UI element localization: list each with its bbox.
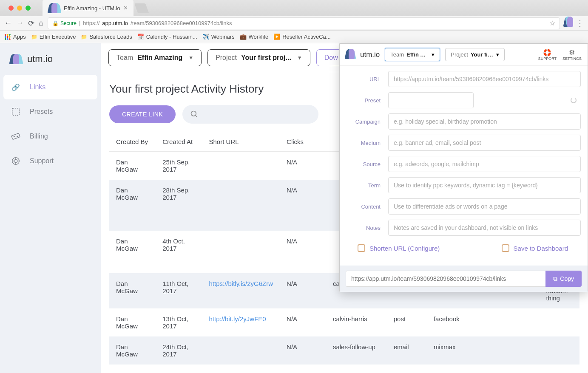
sidebar-item-label: Support	[30, 157, 54, 165]
close-tab-icon[interactable]: ×	[124, 4, 128, 12]
field-label: Notes	[347, 225, 381, 231]
url-path: /team/593069820968ee00109974cb/links	[131, 20, 232, 26]
bookmark-star-icon[interactable]: ☆	[549, 19, 555, 27]
minimize-window-icon[interactable]	[17, 6, 22, 11]
cell-medium: email	[387, 336, 427, 365]
cell-created-by: Dan McGaw	[109, 231, 156, 273]
cell-notes	[539, 308, 579, 336]
field-label: Content	[347, 203, 381, 210]
ext-team-dropdown[interactable]: TeamEffin Ama...▾	[385, 48, 440, 61]
cell-clicks: N/A	[280, 308, 326, 336]
cell-created-by: Dan McGaw	[109, 273, 156, 308]
bookmark-item[interactable]: ▶️ Reseller ActiveCa...	[273, 34, 330, 40]
extension-icon[interactable]	[564, 20, 572, 27]
reload-icon[interactable]: ⟳	[28, 19, 34, 28]
short-url-link[interactable]: https://bitly.is/2yG6Zrw	[209, 280, 273, 287]
ext-settings-button[interactable]: ⚙SETTINGS	[562, 48, 582, 61]
cell-clicks: N/A	[280, 231, 326, 273]
cell-clicks: N/A	[280, 152, 326, 180]
forward-icon[interactable]: →	[16, 19, 24, 28]
table-row[interactable]: Dan McGaw 24th Oct, 2017 N/A sales-follo…	[109, 336, 579, 365]
cell-short-url	[202, 231, 280, 273]
chevron-down-icon: ▾	[496, 51, 499, 58]
cell-clicks: N/A	[280, 273, 326, 308]
url-scheme: https://	[83, 20, 99, 26]
svg-line-11	[196, 116, 197, 117]
bookmark-item[interactable]: Salesforce Leads	[81, 34, 132, 40]
source-field[interactable]	[388, 156, 581, 172]
sidebar: utm.io 🔗 Links Presets Billing Support	[0, 43, 101, 373]
bookmark-item[interactable]: 📅 Calendly - Hussain...	[137, 34, 197, 40]
short-url-link[interactable]: http://bit.ly/2yJwFE0	[209, 315, 266, 322]
field-label: Preset	[347, 97, 381, 104]
table-row[interactable]: Dan McGaw 13th Oct, 2017 http://bit.ly/2…	[109, 308, 579, 336]
cell-short-url: https://bitly.is/2yG6Zrw	[202, 273, 280, 308]
address-bar[interactable]: 🔒 Secure | https://app.utm.io/team/59306…	[48, 17, 560, 29]
presets-icon	[11, 107, 20, 116]
col-created-by[interactable]: Created By	[109, 132, 156, 152]
cell-created-by: Dan McGaw	[109, 308, 156, 336]
save-dashboard-checkbox[interactable]: Save to Dashboard	[502, 244, 568, 252]
cell-campaign: sales-follow-up	[326, 336, 387, 365]
team-dropdown[interactable]: Team Effin Amazing ▼	[108, 49, 202, 66]
notes-field[interactable]	[388, 220, 581, 236]
shorten-url-checkbox[interactable]: Shorten URL (Configure)	[358, 244, 440, 252]
cell-clicks: N/A	[280, 180, 326, 231]
term-field[interactable]	[388, 177, 581, 193]
sidebar-item-billing[interactable]: Billing	[3, 124, 97, 149]
sidebar-item-support[interactable]: Support	[3, 149, 97, 173]
col-clicks[interactable]: Clicks	[280, 132, 326, 152]
content-field[interactable]	[388, 198, 581, 215]
cell-short-url	[202, 336, 280, 365]
output-url-field[interactable]	[346, 271, 545, 287]
sidebar-item-label: Links	[30, 83, 45, 91]
field-label: Campaign	[347, 119, 381, 125]
bookmarks-bar: Apps Effin Executive Salesforce Leads 📅 …	[0, 31, 588, 43]
browser-tab-bar: Effin Amazing - UTM.io ×	[0, 0, 588, 16]
bookmark-item[interactable]: ✈️ Webinars	[202, 34, 235, 40]
cell-medium: post	[387, 308, 427, 336]
col-short-url[interactable]: Short URL	[202, 132, 280, 152]
new-tab-button[interactable]	[134, 3, 149, 13]
ext-project-dropdown[interactable]: ProjectYour firs...▾	[445, 48, 505, 61]
field-label: URL	[347, 76, 381, 82]
search-icon	[190, 110, 199, 119]
medium-field[interactable]	[388, 135, 581, 151]
sidebar-item-presets[interactable]: Presets	[3, 99, 97, 124]
preset-field[interactable]	[388, 92, 474, 108]
browser-tab[interactable]: Effin Amazing - UTM.io ×	[43, 0, 134, 16]
close-window-icon[interactable]	[9, 6, 14, 11]
home-icon[interactable]: ⌂	[39, 19, 43, 28]
svg-point-5	[14, 159, 17, 162]
project-dropdown[interactable]: Project Your first proj... ▼	[207, 49, 310, 66]
field-label: Source	[347, 161, 381, 167]
col-created-at[interactable]: Created At	[156, 132, 202, 152]
bookmark-apps[interactable]: Apps	[4, 34, 26, 40]
favicon-icon	[48, 3, 60, 13]
svg-point-10	[191, 111, 196, 116]
create-link-button[interactable]: CREATE LINK	[109, 105, 176, 123]
cell-short-url	[202, 152, 280, 180]
bookmark-item[interactable]: 💼 Worklife	[240, 34, 269, 40]
browser-menu-icon[interactable]: ⋮	[576, 19, 584, 28]
back-icon[interactable]: ←	[4, 19, 12, 28]
campaign-field[interactable]	[388, 113, 581, 130]
sidebar-item-links[interactable]: 🔗 Links	[3, 75, 97, 99]
copy-button[interactable]: ⧉Copy	[545, 271, 582, 287]
sidebar-item-label: Billing	[30, 133, 48, 140]
search-input[interactable]	[182, 105, 318, 124]
app-logo[interactable]: utm.io	[0, 49, 101, 75]
url-host: app.utm.io	[102, 20, 128, 26]
cell-source: facebook	[427, 308, 540, 336]
bookmark-item[interactable]: Effin Executive	[31, 34, 76, 40]
maximize-window-icon[interactable]	[26, 6, 31, 11]
url-field[interactable]	[388, 71, 581, 87]
cell-short-url	[202, 180, 280, 231]
copy-icon: ⧉	[553, 275, 557, 283]
ext-support-button[interactable]: 🛟SUPPORT	[538, 48, 557, 61]
cell-created-by: Dan McGaw	[109, 152, 156, 180]
chevron-down-icon: ▾	[432, 51, 435, 58]
loading-spinner-icon	[571, 97, 577, 103]
ext-brand: utm.io	[360, 51, 380, 59]
brand-text: utm.io	[27, 54, 53, 65]
